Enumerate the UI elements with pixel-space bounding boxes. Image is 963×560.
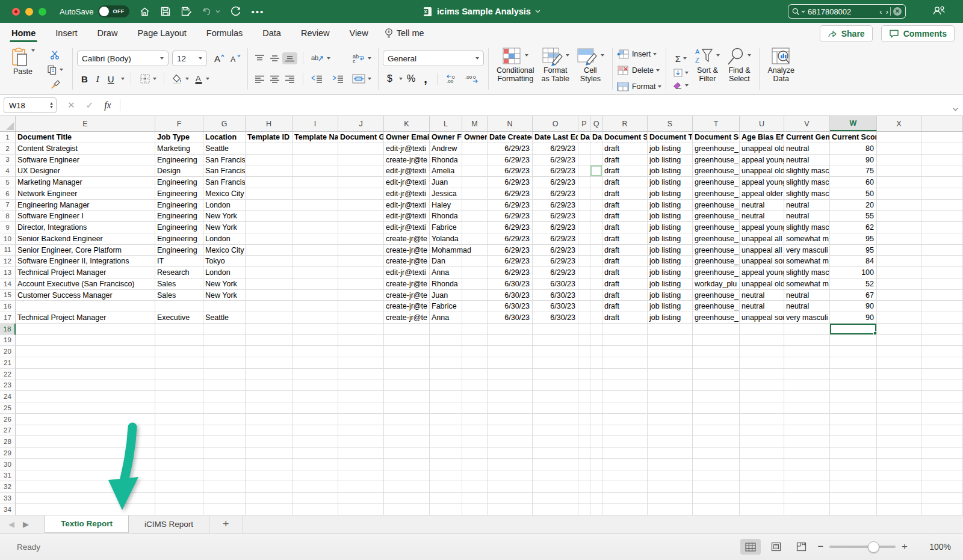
cell-V5[interactable]: slightly masc	[784, 177, 830, 188]
cell-filler-33[interactable]	[921, 493, 963, 504]
cell-K17[interactable]: create-jr@te	[384, 312, 430, 324]
cell-H4[interactable]	[246, 165, 293, 177]
cell-U15[interactable]: neutral	[740, 290, 784, 301]
cell-V34[interactable]	[784, 504, 830, 515]
cell-T16[interactable]: greenhouse_	[693, 301, 740, 312]
cell-G10[interactable]: London	[203, 233, 246, 245]
cell-T26[interactable]	[693, 414, 740, 425]
cell-O8[interactable]: 6/29/23	[533, 211, 578, 222]
cell-W29[interactable]	[830, 448, 877, 459]
cell-V8[interactable]: neutral	[784, 211, 830, 222]
cell-G3[interactable]: San Francisco	[203, 155, 246, 166]
cell-W3[interactable]: 90	[830, 155, 877, 166]
cell-V2[interactable]: neutral	[784, 143, 830, 155]
cell-R28[interactable]	[602, 436, 648, 448]
cell-E15[interactable]: Customer Success Manager	[16, 290, 155, 301]
cell-V7[interactable]: neutral	[784, 200, 830, 211]
cell-Q16[interactable]	[590, 301, 602, 312]
cell-L21[interactable]	[430, 357, 462, 369]
cell-R18[interactable]	[602, 324, 648, 335]
cell-G26[interactable]	[203, 414, 246, 425]
cell-U19[interactable]	[740, 335, 784, 346]
cell-filler-18[interactable]	[921, 324, 963, 335]
save-icon[interactable]	[160, 6, 171, 17]
cell-U5[interactable]: appeal young	[740, 177, 784, 188]
cell-U25[interactable]	[740, 402, 784, 414]
cell-K8[interactable]: edit-jr@texti	[384, 211, 430, 222]
cell-S25[interactable]	[648, 402, 693, 414]
cell-Q25[interactable]	[590, 402, 602, 414]
cell-G15[interactable]: New York	[203, 290, 246, 301]
cell-E19[interactable]	[16, 335, 155, 346]
cell-R4[interactable]: draft	[602, 165, 648, 177]
copy-button[interactable]	[45, 63, 66, 76]
cell-W18[interactable]	[830, 324, 877, 335]
cell-T31[interactable]	[693, 470, 740, 482]
cell-K24[interactable]	[384, 391, 430, 402]
col-header-W[interactable]: W	[830, 116, 877, 131]
cell-Q33[interactable]	[590, 493, 602, 504]
cell-P2[interactable]	[578, 143, 590, 155]
cell-F20[interactable]	[155, 346, 203, 357]
cell-X30[interactable]	[877, 459, 921, 470]
row-header-27[interactable]: 27	[0, 425, 16, 437]
cell-U32[interactable]	[740, 481, 784, 493]
tab-draw[interactable]: Draw	[97, 25, 119, 42]
cell-U12[interactable]: unappeal sor	[740, 256, 784, 267]
cell-P18[interactable]	[578, 324, 590, 335]
cell-P10[interactable]	[578, 233, 590, 245]
col-header-filler[interactable]	[921, 116, 963, 131]
cell-U23[interactable]	[740, 380, 784, 392]
row-header-10[interactable]: 10	[0, 233, 16, 245]
cell-J23[interactable]	[338, 380, 384, 392]
cell-F12[interactable]: IT	[155, 256, 203, 267]
cell-filler-3[interactable]	[921, 155, 963, 166]
cell-P30[interactable]	[578, 459, 590, 470]
cell-J20[interactable]	[338, 346, 384, 357]
cell-G4[interactable]: San Francisco	[203, 165, 246, 177]
cell-N10[interactable]: 6/29/23	[488, 233, 533, 245]
row-header-9[interactable]: 9	[0, 222, 16, 233]
cell-I7[interactable]	[293, 200, 338, 211]
cell-G33[interactable]	[203, 493, 246, 504]
cell-S12[interactable]: job listing	[648, 256, 693, 267]
cell-I28[interactable]	[293, 436, 338, 448]
page-break-view-button[interactable]	[791, 539, 811, 555]
cell-H27[interactable]	[246, 425, 293, 437]
cell-F33[interactable]	[155, 493, 203, 504]
cell-W9[interactable]: 62	[830, 222, 877, 233]
cell-I3[interactable]	[293, 155, 338, 166]
cell-H17[interactable]	[246, 312, 293, 324]
cell-filler-15[interactable]	[921, 290, 963, 301]
cell-X32[interactable]	[877, 481, 921, 493]
autosave-toggle[interactable]: OFF	[98, 5, 129, 17]
cell-F17[interactable]: Executive	[155, 312, 203, 324]
cell-J10[interactable]	[338, 233, 384, 245]
cell-filler-8[interactable]	[921, 211, 963, 222]
tab-formulas[interactable]: Formulas	[206, 25, 243, 42]
cell-U33[interactable]	[740, 493, 784, 504]
cell-J30[interactable]	[338, 459, 384, 470]
decrease-font-size-button[interactable]: A	[227, 52, 243, 65]
cell-L30[interactable]	[430, 459, 462, 470]
cell-F25[interactable]	[155, 402, 203, 414]
sheet-nav-prev-icon[interactable]: ◀	[8, 520, 14, 529]
cell-W11[interactable]: 95	[830, 245, 877, 256]
merge-center-button[interactable]	[350, 72, 374, 85]
cell-E17[interactable]: Technical Project Manager	[16, 312, 155, 324]
cell-O26[interactable]	[533, 414, 578, 425]
cell-P28[interactable]	[578, 436, 590, 448]
cell-X24[interactable]	[877, 391, 921, 402]
cell-W8[interactable]: 55	[830, 211, 877, 222]
cell-Q1[interactable]: Da	[590, 132, 602, 143]
cell-G11[interactable]: Mexico City	[203, 245, 246, 256]
cell-T15[interactable]: greenhouse_	[693, 290, 740, 301]
cell-K1[interactable]: Owner Emai	[384, 132, 430, 143]
cell-O16[interactable]: 6/30/23	[533, 301, 578, 312]
cell-V15[interactable]: neutral	[784, 290, 830, 301]
cell-I29[interactable]	[293, 448, 338, 459]
cell-I31[interactable]	[293, 470, 338, 482]
cell-U9[interactable]: appeal young	[740, 222, 784, 233]
search-prev-icon[interactable]: ‹	[879, 7, 882, 16]
font-size-combo[interactable]: 12	[172, 51, 207, 66]
